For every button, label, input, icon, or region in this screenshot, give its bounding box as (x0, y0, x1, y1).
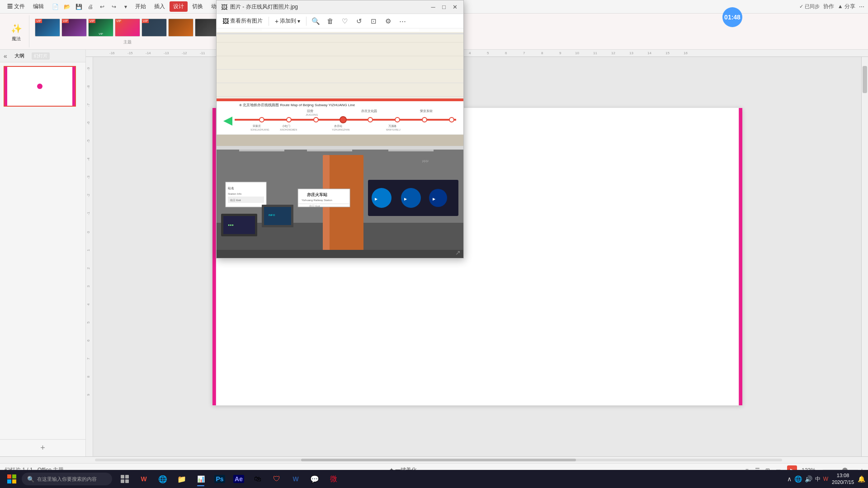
right-scrollbar[interactable] (861, 57, 868, 456)
svg-text:▶: ▶ (433, 197, 436, 201)
svg-text:▶: ▶ (375, 197, 378, 201)
taskbar-app-shop[interactable]: 🛍 (249, 471, 267, 487)
svg-point-75 (287, 117, 291, 122)
svg-text:SONGJAZHUANG: SONGJAZHUANG (250, 128, 269, 131)
svg-text:7: 7 (523, 51, 525, 55)
svg-rect-131 (125, 479, 129, 483)
menu-item-transition[interactable]: 切换 (189, 1, 207, 12)
svg-rect-104 (298, 189, 350, 207)
volume-icon[interactable]: 🔊 (805, 475, 812, 483)
more-tools-btn[interactable]: ⋯ (396, 15, 409, 28)
antivirus-icon: 🛡 (273, 475, 280, 483)
delete-btn[interactable]: 🗑 (324, 15, 336, 28)
taskbar-app-wps-active[interactable]: 📊 (192, 471, 210, 487)
taskbar-app-weibo[interactable]: 微 (325, 471, 343, 487)
weibo-icon: 微 (330, 474, 337, 484)
clock-date: 2020/7/15 (832, 479, 854, 486)
svg-text:YIZHUANGZHAN: YIZHUANGZHAN (332, 128, 350, 131)
menu-item-design[interactable]: 设计 (170, 1, 188, 12)
svg-rect-128 (121, 475, 124, 479)
start-button[interactable] (3, 471, 21, 487)
undo-icon[interactable]: ↩ (97, 2, 107, 12)
redo-icon[interactable]: ↪ (109, 2, 119, 12)
taskbar-app-ae[interactable]: Ae (230, 471, 248, 487)
svg-text:亦庄火车站: 亦庄火车站 (307, 192, 328, 197)
print-icon[interactable]: 🖨 (85, 2, 95, 12)
theme-template-2[interactable]: VIP (61, 19, 87, 37)
menu-item-file[interactable]: ☰ 文件 (4, 1, 28, 12)
edit-photo-btn[interactable]: ⚙ (382, 15, 394, 28)
taskbar-app-ps[interactable]: Ps (211, 471, 229, 487)
ime-icon[interactable]: 中 (815, 475, 821, 483)
viewer-resize-handle[interactable]: ↗ (454, 249, 462, 256)
canvas-area: -16 -15 -14 -13 -12 -11 -10 -9 -8 -7 -6 … (86, 50, 868, 456)
open-icon[interactable]: 📂 (62, 2, 72, 12)
more-icon[interactable]: ▾ (121, 2, 131, 12)
taskbar-search-box[interactable]: 🔍 在这里输入你要搜索的内容 (22, 473, 112, 485)
ruler-h-svg: -16 -15 -14 -13 -12 -11 -10 -9 -8 -7 -6 … (100, 50, 868, 57)
ae-icon: Ae (233, 475, 244, 483)
wps-tray-icon[interactable]: W (823, 476, 828, 482)
taskbar-app-wechat[interactable]: 💬 (306, 471, 324, 487)
add-to-btn[interactable]: + 添加到 ▾ (272, 16, 303, 26)
vertical-ruler: -9 -8 -7 -6 -5 -4 -3 -2 -1 0 1 2 3 4 5 6 (86, 57, 93, 456)
new-icon[interactable]: 📄 (50, 2, 60, 12)
notification-icon[interactable]: 🔔 (858, 475, 865, 483)
add-slide-button[interactable]: + (0, 439, 85, 456)
subway-image-svg: ⊕ 北京地铁亦庄线线路图 Route Map of Beijing Subway… (217, 28, 463, 258)
timer-value: 01:48 (724, 14, 741, 21)
taskbar-app-word[interactable]: W (287, 471, 305, 487)
taskbar-app-wps[interactable]: W (135, 471, 153, 487)
theme-template-3[interactable]: VIP VIP (88, 19, 113, 37)
viewer-image-content[interactable]: ⊕ 北京地铁亦庄线线路图 Route Map of Beijing Subway… (217, 28, 463, 258)
network-icon[interactable]: 🌐 (794, 475, 802, 483)
favorite-btn[interactable]: ♡ (338, 15, 351, 28)
viewer-minimize-btn[interactable]: ─ (429, 3, 437, 11)
svg-rect-58 (262, 28, 419, 31)
taskbar-app-task-view[interactable] (116, 471, 134, 487)
ruler-corner (93, 50, 100, 56)
slide-canvas[interactable] (93, 57, 861, 456)
shop-icon: 🛍 (254, 475, 261, 483)
zoom-in-btn[interactable]: 🔍 (309, 15, 322, 28)
tray-expand-icon[interactable]: ∧ (787, 475, 792, 483)
menu-item-insert[interactable]: 插入 (151, 1, 169, 12)
taskbar-clock[interactable]: 13:08 2020/7/15 (832, 472, 854, 486)
theme-template-5[interactable]: VIP (142, 19, 167, 37)
svg-text:14: 14 (647, 51, 651, 55)
scrollbar-thumb (863, 66, 867, 93)
magic-btn[interactable]: ✨ 魔法 (6, 19, 26, 44)
more-menu-btn[interactable]: ⋯ (859, 4, 864, 10)
theme-template-1[interactable]: VIP (35, 19, 60, 37)
menu-item-start[interactable]: 开始 (132, 1, 150, 12)
svg-text:-16: -16 (109, 51, 115, 55)
viewer-maximize-btn[interactable]: □ (440, 3, 448, 11)
menu-item-edit[interactable]: 编辑 (29, 1, 47, 12)
taskbar-app-edge[interactable]: 🌐 (154, 471, 172, 487)
theme-template-6[interactable] (168, 19, 193, 37)
svg-rect-95 (388, 150, 434, 151)
collaborate-btn[interactable]: 协作 (823, 3, 834, 10)
share-btn[interactable]: ▲ 分享 (838, 3, 855, 10)
ruler-h-content: -16 -15 -14 -13 -12 -11 -10 -9 -8 -7 -6 … (100, 50, 868, 57)
sidebar-header: « 大纲 幻灯片 (0, 50, 85, 62)
view-all-photos-btn[interactable]: 🖼 查看所有图片 (219, 16, 266, 26)
slide-view-btn[interactable]: 幻灯片 (32, 52, 50, 60)
save-icon[interactable]: 💾 (74, 2, 84, 12)
svg-rect-124 (7, 474, 11, 479)
svg-point-112 (429, 189, 447, 207)
slide-thumbnail-1[interactable] (4, 66, 76, 107)
svg-rect-66 (217, 99, 463, 101)
taskbar-app-file-explorer[interactable]: 📁 (173, 471, 191, 487)
rotate-btn[interactable]: ↺ (353, 15, 365, 28)
horizontal-scrollbar[interactable] (0, 456, 868, 463)
taskbar-app-antivirus[interactable]: 🛡 (268, 471, 286, 487)
outline-view-btn[interactable]: 大纲 (11, 52, 28, 60)
svg-text:小红门: 小红门 (282, 124, 290, 127)
crop-btn[interactable]: ⊡ (367, 15, 380, 28)
viewer-close-btn[interactable]: ✕ (451, 3, 459, 11)
svg-rect-126 (7, 479, 11, 483)
sidebar-collapse-btn[interactable]: « (4, 52, 7, 60)
photos-icon: 🖼 (222, 18, 229, 25)
theme-template-4[interactable]: VIP (115, 19, 140, 37)
